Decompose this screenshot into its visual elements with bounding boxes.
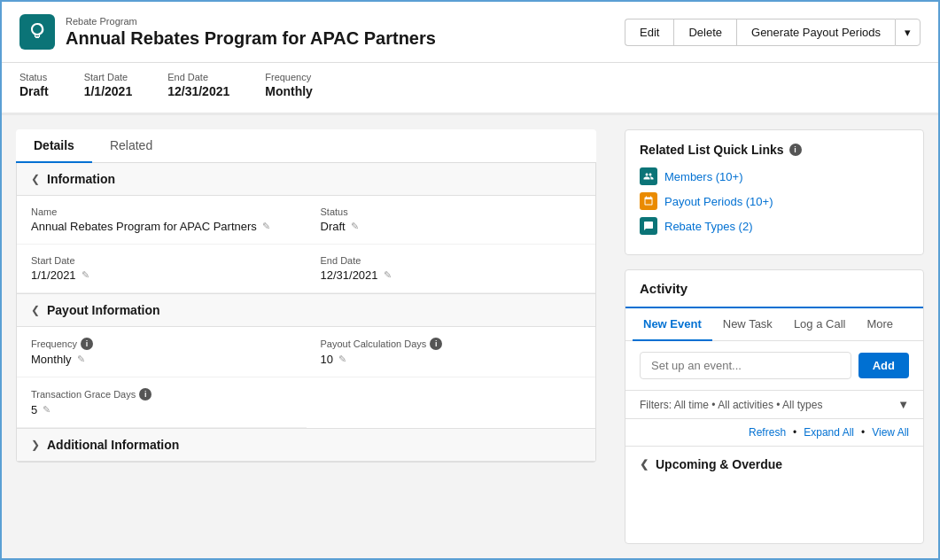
activity-card: Activity New Event New Task Log a Call M… xyxy=(625,269,924,544)
field-end-date-value: 12/31/2021 ✎ xyxy=(321,268,582,282)
field-start-date: Start Date 1/1/2021 ✎ xyxy=(17,245,307,293)
information-chevron: ❮ xyxy=(31,173,40,185)
field-transaction-grace-edit-icon[interactable]: ✎ xyxy=(43,404,50,416)
header-title: Annual Rebates Program for APAC Partners xyxy=(66,28,436,49)
payout-section-header[interactable]: ❮ Payout Information xyxy=(17,293,595,327)
payout-calc-info-icon: i xyxy=(430,338,442,350)
information-section-title: Information xyxy=(47,172,115,186)
activity-add-button[interactable]: Add xyxy=(858,353,909,378)
activity-tab-log-call[interactable]: Log a Call xyxy=(783,308,857,341)
payout-chevron: ❮ xyxy=(31,304,40,316)
information-section-header[interactable]: ❮ Information xyxy=(17,163,595,196)
field-end-date: End Date 12/31/2021 ✎ xyxy=(307,245,596,293)
meta-row: Status Draft Start Date 1/1/2021 End Dat… xyxy=(2,63,938,115)
header-titles: Rebate Program Annual Rebates Program fo… xyxy=(66,16,436,49)
quick-links-info-icon: i xyxy=(789,144,802,156)
field-name-label: Name xyxy=(31,206,292,217)
members-icon xyxy=(640,167,657,185)
field-name: Name Annual Rebates Program for APAC Par… xyxy=(17,196,307,245)
field-end-date-edit-icon[interactable]: ✎ xyxy=(384,269,392,281)
meta-start-date-label: Start Date xyxy=(84,72,133,82)
meta-start-date-value: 1/1/2021 xyxy=(84,84,133,98)
meta-end-date: End Date 12/31/2021 xyxy=(167,72,229,98)
view-all-link[interactable]: View All xyxy=(872,426,909,439)
tab-details[interactable]: Details xyxy=(16,129,92,163)
meta-status-value: Draft xyxy=(19,84,49,98)
quick-links-card: Related List Quick Links i Members (10+)… xyxy=(625,129,924,255)
upcoming-chevron: ❮ xyxy=(640,458,649,471)
periods-link[interactable]: Payout Periods (10+) xyxy=(664,195,773,208)
field-start-date-label: Start Date xyxy=(31,255,292,266)
activity-tab-more[interactable]: More xyxy=(856,308,904,341)
filters-text: Filters: All time • All activities • All… xyxy=(640,399,822,411)
types-icon xyxy=(640,217,657,235)
field-frequency-label: Frequency i xyxy=(31,338,292,350)
activity-event-input[interactable] xyxy=(640,352,851,379)
activity-tabs: New Event New Task Log a Call More xyxy=(625,308,923,341)
upcoming-section[interactable]: ❮ Upcoming & Overdue xyxy=(625,447,923,482)
link-members: Members (10+) xyxy=(640,167,909,185)
right-panel: Related List Quick Links i Members (10+)… xyxy=(610,115,938,558)
additional-section-header[interactable]: ❯ Additional Information xyxy=(17,428,595,462)
edit-button[interactable]: Edit xyxy=(625,19,673,46)
types-link[interactable]: Rebate Types (2) xyxy=(664,220,752,233)
field-payout-calc: Payout Calculation Days i 10 ✎ xyxy=(307,327,596,377)
field-payout-calc-edit-icon[interactable]: ✎ xyxy=(338,354,346,365)
detail-tabs: Details Related xyxy=(16,129,596,163)
left-panel: Details Related ❮ Information Name Annua… xyxy=(2,115,610,558)
periods-icon xyxy=(640,192,657,210)
field-end-date-label: End Date xyxy=(321,255,582,266)
meta-status-label: Status xyxy=(19,72,49,82)
upcoming-label: Upcoming & Overdue xyxy=(656,457,782,471)
field-frequency-value: Monthly ✎ xyxy=(31,353,292,366)
meta-end-date-label: End Date xyxy=(167,72,229,82)
additional-section-title: Additional Information xyxy=(47,438,179,452)
activity-tab-new-task[interactable]: New Task xyxy=(712,308,783,341)
meta-status: Status Draft xyxy=(19,72,49,98)
tab-related[interactable]: Related xyxy=(92,129,170,163)
header-actions: Edit Delete Generate Payout Periods ▾ xyxy=(625,19,921,46)
actions-dropdown-button[interactable]: ▾ xyxy=(895,19,921,46)
quick-links-title: Related List Quick Links i xyxy=(640,143,909,157)
panel-card: ❮ Information Name Annual Rebates Progra… xyxy=(16,163,596,463)
transaction-grace-info-icon: i xyxy=(139,388,151,401)
filters-row: Filters: All time • All activities • All… xyxy=(625,391,923,419)
meta-frequency-value: Monthly xyxy=(265,84,313,98)
activity-input-row: Add xyxy=(625,341,923,391)
field-start-date-value: 1/1/2021 ✎ xyxy=(31,268,292,282)
activity-links: Refresh • Expand All • View All xyxy=(625,419,923,447)
payout-fields: Frequency i Monthly ✎ Payout Calculation… xyxy=(17,327,595,428)
meta-frequency-label: Frequency xyxy=(265,72,313,82)
meta-end-date-value: 12/31/2021 xyxy=(167,84,229,98)
field-name-edit-icon[interactable]: ✎ xyxy=(262,221,270,232)
field-transaction-grace-value: 5 ✎ xyxy=(31,403,292,416)
field-frequency-edit-icon[interactable]: ✎ xyxy=(77,354,85,365)
activity-title: Activity xyxy=(625,270,923,308)
frequency-info-icon: i xyxy=(81,338,93,350)
link-types: Rebate Types (2) xyxy=(640,217,909,235)
additional-chevron: ❯ xyxy=(31,439,40,451)
field-payout-calc-label: Payout Calculation Days i xyxy=(321,338,582,350)
field-start-date-edit-icon[interactable]: ✎ xyxy=(82,269,89,281)
activity-tab-new-event[interactable]: New Event xyxy=(633,308,712,341)
payout-section-title: Payout Information xyxy=(47,303,160,317)
field-frequency: Frequency i Monthly ✎ xyxy=(17,327,307,377)
meta-start-date: Start Date 1/1/2021 xyxy=(84,72,133,98)
meta-frequency: Frequency Monthly xyxy=(265,72,313,98)
members-link[interactable]: Members (10+) xyxy=(664,170,743,183)
delete-button[interactable]: Delete xyxy=(673,19,736,46)
link-periods: Payout Periods (10+) xyxy=(640,192,909,210)
app-icon xyxy=(19,14,55,50)
field-status-edit-icon[interactable]: ✎ xyxy=(351,221,359,232)
field-status-value: Draft ✎ xyxy=(321,220,582,233)
refresh-link[interactable]: Refresh xyxy=(749,426,786,439)
filter-icon[interactable]: ▼ xyxy=(897,398,909,411)
expand-all-link[interactable]: Expand All xyxy=(804,426,854,439)
field-transaction-grace-label: Transaction Grace Days i xyxy=(31,388,292,401)
information-fields: Name Annual Rebates Program for APAC Par… xyxy=(17,196,595,293)
header-left: Rebate Program Annual Rebates Program fo… xyxy=(19,14,436,50)
generate-payout-button[interactable]: Generate Payout Periods xyxy=(736,19,895,46)
field-status: Status Draft ✎ xyxy=(307,196,596,245)
field-transaction-grace: Transaction Grace Days i 5 ✎ xyxy=(17,377,307,428)
field-status-label: Status xyxy=(321,206,582,217)
